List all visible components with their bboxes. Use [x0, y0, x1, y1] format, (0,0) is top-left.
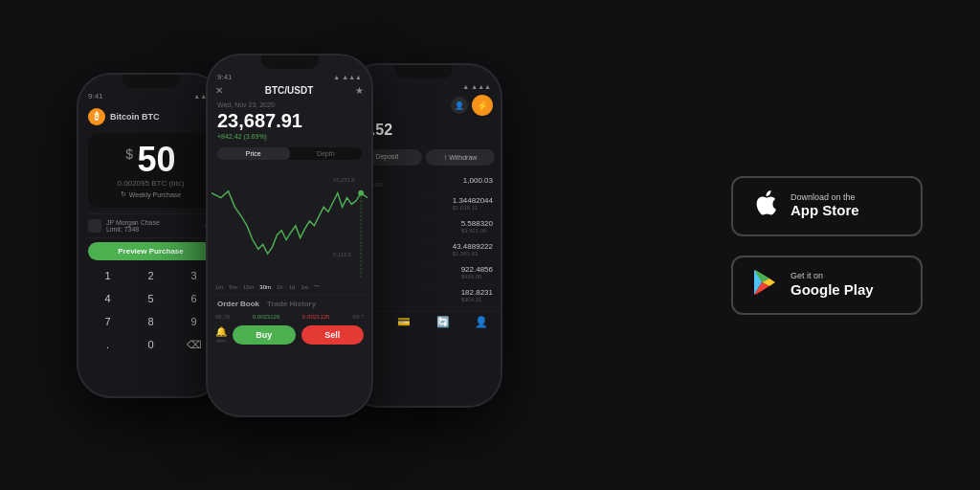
dollar-amount: 50: [138, 140, 176, 179]
interval-1d[interactable]: 1d: [289, 284, 296, 290]
app-store-subtitle: Download on the: [791, 192, 859, 203]
buy-sell-row: 🔔 Alert Buy Sell: [208, 322, 371, 348]
buy-button[interactable]: Buy: [233, 325, 296, 345]
numpad-dot[interactable]: .: [88, 335, 127, 355]
app-store-text: Download on the App Store: [791, 192, 859, 220]
main-price: 23,687.91: [217, 110, 362, 132]
nav-exchange-icon[interactable]: 🔄: [436, 316, 450, 328]
app-store-button[interactable]: Download on the App Store: [731, 176, 923, 236]
phones-container: 9:41 ▲▲▲ ₿ Bitcoin BTC $ 50 0.002095 BTC…: [57, 25, 555, 465]
price-tab[interactable]: Price: [217, 147, 290, 160]
google-play-title: Google Play: [791, 281, 874, 299]
app-store-title: App Store: [791, 202, 859, 219]
google-play-subtitle: Get it on: [791, 271, 874, 281]
phone-left: 9:41 ▲▲▲ ₿ Bitcoin BTC $ 50 0.002095 BTC…: [77, 73, 225, 398]
bank-icon: [88, 219, 101, 233]
price-section: Wed, Nov 23, 2020 23,687.91 +842.42 (3.6…: [208, 98, 371, 144]
coin-name: Bitcoin BTC: [110, 112, 160, 122]
order-prices: 99.76 0.0023126 0.0021125 99.7: [208, 312, 371, 322]
google-play-text: Get it on Google Play: [791, 271, 874, 299]
bank-info: JP Morgan Chase Limit: 7348: [106, 219, 160, 233]
order-book-tab[interactable]: Order Book: [217, 300, 259, 308]
sell-button[interactable]: Sell: [301, 325, 365, 345]
star-icon[interactable]: ★: [355, 85, 364, 96]
numpad: 1 2 3 4 5 6 7 8 9 . 0 ⌫: [88, 266, 213, 355]
btc-amount: 0.002095 BTC (btc): [96, 179, 206, 188]
trade-history-tab[interactable]: Trade History: [267, 300, 316, 308]
numpad-7[interactable]: 7: [88, 312, 127, 331]
trading-pair-title: BTC/USDT: [223, 85, 355, 96]
depth-tab[interactable]: Depth: [290, 147, 363, 160]
apple-icon: [752, 189, 779, 223]
phone-center: 9:41 ▲ ▲▲▲ ✕ BTC/USDT ★ Wed, Nov 23, 202…: [206, 54, 373, 417]
app-store-buttons: Download on the App Store Get it on Goog…: [731, 176, 923, 315]
bank-limit: Limit: 7348: [106, 226, 160, 233]
right-status-icons: ▲ ▲▲▲: [462, 83, 491, 90]
interval-15m[interactable]: 15m: [243, 284, 255, 290]
interval-1h[interactable]: 1h: [277, 284, 283, 290]
dollar-sign: $: [125, 146, 133, 162]
dollar-amount-row: $ 50: [96, 143, 206, 177]
google-play-icon: [752, 269, 779, 301]
interval-30m[interactable]: 30m: [259, 284, 271, 290]
numpad-5[interactable]: 5: [131, 289, 170, 308]
center-phone-header: 9:41 ▲ ▲▲▲: [208, 69, 371, 83]
numpad-2[interactable]: 2: [131, 266, 170, 285]
left-phone-header: 9:41 ▲▲▲: [78, 88, 223, 102]
order-mid-price2: 0.0021125: [302, 314, 329, 320]
nav-wallet-icon[interactable]: 💳: [397, 316, 411, 328]
order-mid-price: 0.0023126: [253, 314, 279, 320]
interval-1m[interactable]: 1m: [215, 284, 223, 290]
bitcoin-icon: ₿: [88, 108, 105, 125]
center-time: 9:41: [217, 73, 233, 81]
coin-header: ₿ Bitcoin BTC: [88, 108, 213, 125]
google-play-button[interactable]: Get it on Google Play: [731, 256, 923, 315]
center-top-bar: ✕ BTC/USDT ★: [208, 83, 371, 98]
time-intervals: 1m 5m 15m 30m 1h 1d 1w 〜: [208, 278, 371, 295]
trade-date: Wed, Nov 23, 2020: [217, 101, 362, 108]
bank-row: JP Morgan Chase Limit: 7348 •••: [88, 213, 213, 238]
interval-1w[interactable]: 1w: [301, 284, 308, 290]
svg-text:16,231.8: 16,231.8: [333, 177, 355, 183]
right-avatar-icon: 👤: [451, 97, 468, 114]
left-time: 9:41: [88, 92, 103, 100]
numpad-8[interactable]: 8: [131, 312, 170, 331]
chart-type-icon[interactable]: 〜: [314, 282, 320, 291]
order-book-tabs: Order Book Trade History: [208, 295, 371, 312]
numpad-0[interactable]: 0: [131, 335, 170, 355]
interval-5m[interactable]: 5m: [229, 284, 236, 290]
close-icon[interactable]: ✕: [215, 85, 223, 96]
right-bolt-icon: ⚡: [472, 95, 493, 116]
numpad-4[interactable]: 4: [88, 289, 127, 308]
preview-purchase-button[interactable]: Preview Purchase: [88, 242, 213, 260]
nav-profile-icon[interactable]: 👤: [475, 316, 488, 328]
price-chart: 16,231.8 5,115.5: [212, 164, 368, 278]
alert-icon: 🔔 Alert: [215, 326, 227, 344]
svg-text:5,115.5: 5,115.5: [333, 252, 352, 257]
left-phone-body: ₿ Bitcoin BTC $ 50 0.002095 BTC (btc) ↻ …: [78, 102, 223, 361]
numpad-1[interactable]: 1: [88, 266, 127, 285]
order-price-right: 99.7: [352, 314, 364, 320]
left-phone-notch: [122, 75, 180, 88]
price-change: +842.42 (3.69%): [217, 133, 362, 140]
center-status-icons: ▲ ▲▲▲: [333, 74, 362, 80]
center-phone-notch: [261, 56, 319, 69]
amount-display: $ 50 0.002095 BTC (btc) ↻ Weekly Purchas…: [88, 133, 213, 208]
main-scene: 9:41 ▲▲▲ ₿ Bitcoin BTC $ 50 0.002095 BTC…: [0, 0, 980, 490]
weekly-purchase-label: ↻ Weekly Purchase: [96, 190, 206, 198]
withdraw-button[interactable]: ↑ Withdraw: [426, 149, 496, 166]
order-price-left: 99.76: [215, 314, 230, 320]
price-depth-tabs: Price Depth: [217, 147, 362, 160]
bank-name: JP Morgan Chase: [106, 219, 160, 226]
right-phone-notch: [395, 65, 453, 78]
